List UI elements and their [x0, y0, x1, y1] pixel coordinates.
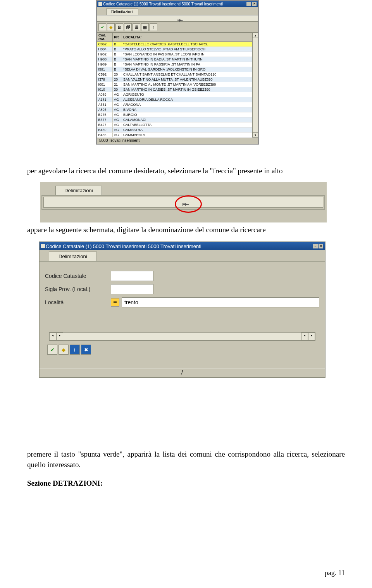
scroll-right-2[interactable]: ▸ [308, 333, 315, 340]
table-row[interactable]: H989B*SAN MARTINO IN PASSIRIA .ST MARTIN… [97, 62, 252, 67]
table-cell: B [113, 47, 122, 52]
results-table[interactable]: Cod. Cat. PR LOCALITA' C062B*CASTELBELLO… [97, 33, 252, 138]
paragraph-1: per agevolare la ricerca del comune desi… [27, 167, 283, 175]
table-row[interactable]: B427AGCALTABELLOTTA [97, 122, 252, 128]
table-row[interactable]: H988B*SAN MARTINO IN BADIA .ST MARTIN IN… [97, 57, 252, 62]
table-header-row: Cod. Cat. PR LOCALITA' [97, 33, 252, 42]
print-button[interactable]: 🖶 [133, 23, 140, 31]
tabs-panel: Delimitazioni [40, 182, 327, 222]
minimize-button-fig3[interactable]: – [313, 244, 318, 248]
table-cell: *CASTELBELLO CIARDES .KASTELBELL TSCHARS… [122, 42, 252, 47]
expand-bar[interactable] [97, 16, 258, 22]
sigla-input[interactable] [111, 284, 153, 294]
col-pr[interactable]: PR [113, 33, 122, 42]
vertical-scrollbar[interactable]: ▴ ▾ [252, 33, 258, 138]
table-row[interactable]: A089AGAGRIGENTO [97, 92, 252, 97]
table-row[interactable]: H004B*PRATO ALLO STELVIO .PRAD AM STILFS… [97, 47, 252, 52]
table-cell: B486 [97, 133, 113, 138]
table-cell: B460 [97, 128, 113, 133]
close-button-fig3[interactable]: ✖ [319, 244, 323, 248]
scroll-left-1[interactable]: ◂ [49, 333, 56, 340]
form-body: Codice Catastale Sigla Prov. (Local.) Lo… [40, 262, 325, 369]
table-row[interactable]: C062B*CASTELBELLO CIARDES .KASTELBELL TS… [97, 42, 252, 47]
table-cell: SAN VALENTINO ALLA MUTTA .ST VALENTIN AU… [122, 77, 252, 82]
table-row[interactable]: I591B*SELVA DI VAL GARDENA .WOLKENSTEIN … [97, 67, 252, 72]
table-cell: *SAN MARTINO IN PASSIRIA .ST MARTIN IN P… [122, 62, 252, 67]
table-cell: B [113, 52, 122, 57]
diamond-button-fig3[interactable]: ◆ [59, 345, 69, 355]
table-cell: AG [113, 122, 122, 128]
label-localita: Località [45, 299, 111, 305]
table-cell: *SAN MARTINO IN BADIA .ST MARTIN IN THUR… [122, 57, 252, 62]
window-titlebar-fig3[interactable]: Codice Catastale (1) 5000 Trovati inseri… [40, 242, 325, 250]
col-codcat[interactable]: Cod. Cat. [97, 33, 113, 42]
toolbar: ✔ ◆ 🗎 🗐 🖶 ▦ ↑ [97, 22, 258, 33]
status-slash: / [181, 369, 183, 377]
expand-bar-fig2[interactable] [43, 197, 323, 208]
export-button[interactable]: ↑ [150, 23, 157, 31]
paragraph-3: premere il tasto "spunta verde", apparir… [27, 449, 345, 470]
tab-delimitazioni[interactable]: Delimitazioni [106, 9, 138, 15]
results-window: Codice Catastale (1) 5000 Trovati inseri… [96, 0, 259, 145]
diamond-button[interactable]: ◆ [107, 23, 115, 31]
table-row[interactable]: B275AGBURGIO [97, 112, 252, 117]
table-cell: CAMASTRA [122, 128, 252, 133]
table-row[interactable]: B460AGCAMASTRA [97, 128, 252, 133]
window-titlebar[interactable]: Codice Catastale (1) 5000 Trovati inseri… [97, 1, 258, 7]
table-cell: B377 [97, 117, 113, 122]
scroll-left-2[interactable]: ▸ [56, 333, 63, 340]
confirm-button-fig3[interactable]: ✔ [47, 345, 57, 355]
tab-delimitazioni-fig2[interactable]: Delimitazioni [55, 186, 102, 195]
table-cell: H989 [97, 62, 113, 67]
table-cell: CAMMARATA [122, 133, 252, 138]
info-button[interactable]: i [70, 345, 80, 355]
table-cell: I001 [97, 82, 113, 87]
table-cell: AG [113, 112, 122, 117]
scroll-up-button[interactable]: ▴ [253, 33, 258, 38]
table-row[interactable]: H952B*SAN LEONARDO IN PASSIRIA .ST LEONH… [97, 52, 252, 57]
table-row[interactable]: A181AGALESSANDRIA DELLA ROCCA [97, 97, 252, 102]
expand-arrow-icon[interactable] [177, 17, 182, 21]
table-cell: BURGIO [122, 112, 252, 117]
localita-input[interactable] [122, 297, 319, 307]
table-row[interactable]: A351AGARAGONA [97, 102, 252, 107]
table-cell: AG [113, 128, 122, 133]
cancel-button[interactable]: ✖ [81, 345, 91, 355]
table-row[interactable]: I00121SAN MARTINO AL MONTE .ST MARTIN AM… [97, 82, 252, 87]
table-row[interactable]: B486AGCAMMARATA [97, 133, 252, 138]
search-form-window: Codice Catastale (1) 5000 Trovati inseri… [39, 241, 326, 378]
col-localita[interactable]: LOCALITA' [122, 33, 252, 42]
table-cell: AG [113, 97, 122, 102]
sheet-button-1[interactable]: 🗎 [115, 23, 123, 31]
annotation-circle [175, 195, 202, 213]
grid-button[interactable]: ▦ [141, 23, 149, 31]
table-cell: 21 [113, 82, 122, 87]
table-cell: CALAMONACI [122, 117, 252, 122]
table-cell: B [113, 67, 122, 72]
codice-input[interactable] [111, 271, 153, 281]
status-bar: 5000 Trovati inserimenti [97, 138, 258, 144]
table-cell: BIVONA [122, 107, 252, 112]
page-number: pag. 11 [325, 569, 345, 577]
equals-button[interactable]: = [111, 298, 119, 307]
scroll-right-1[interactable]: ◂ [301, 333, 308, 340]
table-cell: *PRATO ALLO STELVIO .PRAD AM STILFSERIOC… [122, 47, 252, 52]
tab-delimitazioni-fig3[interactable]: Delimitazioni [49, 252, 97, 261]
horizontal-scrollbar[interactable]: ◂ ▸ ◂ ▸ [49, 332, 315, 341]
table-cell: 20 [113, 72, 122, 77]
table-cell: AG [113, 133, 122, 138]
table-cell: *SELVA DI VAL GARDENA .WOLKENSTEIN IN GR… [122, 67, 252, 72]
minimize-button[interactable]: – [246, 2, 251, 6]
confirm-button[interactable]: ✔ [98, 23, 106, 31]
close-button[interactable]: ✖ [252, 2, 257, 6]
table-row[interactable]: A896AGBIVONA [97, 107, 252, 112]
sheet-button-2[interactable]: 🗐 [124, 23, 132, 31]
table-row[interactable]: I01030SAN MARTINO IN CASIES .ST MARTIN I… [97, 87, 252, 92]
scroll-down-button[interactable]: ▾ [253, 132, 258, 138]
table-cell: B427 [97, 122, 113, 128]
table-row[interactable]: I37920SAN VALENTINO ALLA MUTTA .ST VALEN… [97, 77, 252, 82]
table-row[interactable]: B377AGCALAMONACI [97, 117, 252, 122]
table-row[interactable]: C59220CHALLANT SAINT ANSELME ET CHALLANT… [97, 72, 252, 77]
table-cell: ARAGONA [122, 102, 252, 107]
table-cell: A089 [97, 92, 113, 97]
